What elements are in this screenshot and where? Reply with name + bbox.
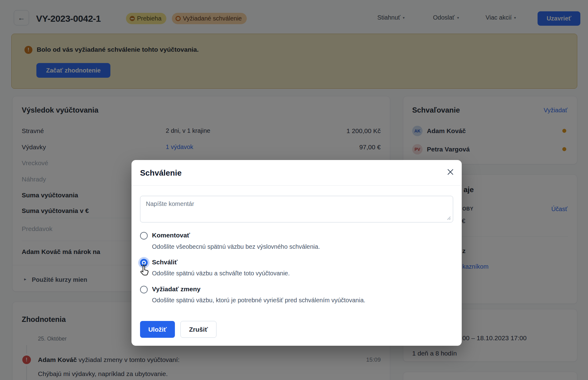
radio-comment-label: Komentovať <box>152 232 190 239</box>
radio-approve-description: Odošlite spätnú väzbu a schváľte toto vy… <box>152 270 290 277</box>
page: ← VY-2023-0042-1 Prebieha Vyžiadané schv… <box>0 0 588 380</box>
radio-approve-label: Schváliť <box>152 259 178 266</box>
approval-modal: Schválenie Komentovať Odošlite všeobecnú… <box>131 160 462 346</box>
save-button[interactable]: Uložiť <box>140 321 175 338</box>
modal-title: Schválenie <box>140 168 182 178</box>
radio-request-changes-description: Odošlite spätnú väzbu, ktorú je potrebné… <box>152 297 365 304</box>
hand-cursor-icon <box>138 264 150 277</box>
modal-header-divider <box>131 185 462 186</box>
radio-request-changes-label: Vyžiadať zmeny <box>152 285 201 293</box>
radio-request-changes[interactable] <box>140 286 148 293</box>
close-icon[interactable] <box>446 168 454 176</box>
radio-comment-description: Odošlite všeobecnú spätnú väzbu bez výsl… <box>152 243 320 250</box>
radio-comment[interactable] <box>140 232 148 240</box>
cancel-button[interactable]: Zrušiť <box>180 321 216 338</box>
comment-input[interactable] <box>140 196 453 222</box>
